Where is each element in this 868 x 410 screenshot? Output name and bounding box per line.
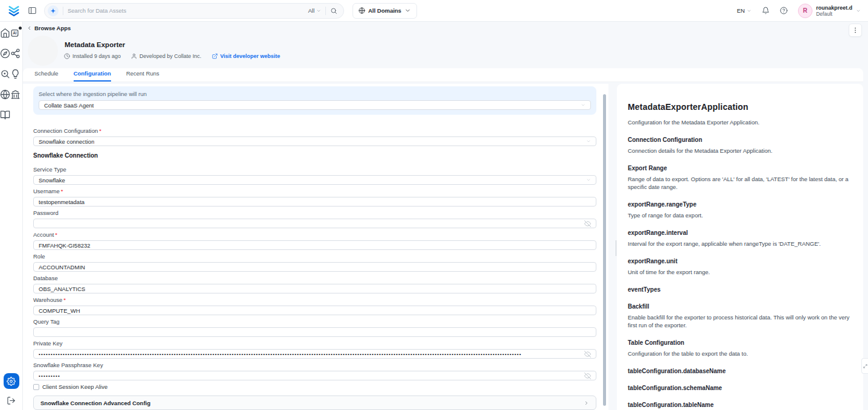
doc-section-text: Connection details for the Metadata Expo… <box>628 147 851 155</box>
sidebar-item-insights-icon[interactable] <box>10 69 21 79</box>
doc-section-heading: Backfill <box>628 303 851 310</box>
eye-off-icon[interactable] <box>584 220 591 227</box>
connection-configuration-select[interactable]: Snowflake connection <box>33 136 596 146</box>
pipeline-runner-select[interactable]: Collate SaaS Agent <box>39 100 591 110</box>
sidebar-item-explore-icon[interactable] <box>0 48 10 59</box>
doc-section-heading: tableConfiguration.databaseName <box>628 368 851 374</box>
svg-text:AI: AI <box>13 31 17 35</box>
account-input[interactable]: FMFAHQK-GI58232 <box>33 240 596 250</box>
docs-title: MetadataExporterApplication <box>628 102 851 112</box>
sidebar-toggle-icon[interactable] <box>28 6 37 15</box>
form-field-row: Snowflake Passphrase Key••••••••• <box>33 362 596 380</box>
required-asterisk: * <box>55 231 57 238</box>
developer-website-link[interactable]: Visit developer website <box>212 53 280 59</box>
collate-logo-icon <box>7 4 21 18</box>
client-session-keep-alive-checkbox[interactable] <box>33 384 39 390</box>
sidebar-item-domains-icon[interactable] <box>0 89 10 100</box>
doc-section-heading: eventTypes <box>628 286 851 293</box>
tab-schedule[interactable]: Schedule <box>34 70 59 82</box>
field-label: Connection Configuration* <box>33 127 596 134</box>
eye-off-icon[interactable] <box>584 351 591 357</box>
sidebar-item-home-icon[interactable] <box>0 28 10 38</box>
sidebar-item-observability-icon[interactable] <box>0 69 10 79</box>
form-section-heading: Snowflake Connection <box>33 152 596 159</box>
person-icon <box>131 53 137 59</box>
all-domains-button[interactable]: All Domains <box>353 3 417 19</box>
docs-intro: Configuration for the Metadata Exporter … <box>628 118 851 126</box>
field-value: OBS_ANALYTICS <box>39 286 85 292</box>
field-label: Snowflake Passphrase Key <box>33 362 596 368</box>
ai-sparkle-icon[interactable] <box>48 5 59 16</box>
breadcrumb-back[interactable]: Browse Apps <box>27 25 71 31</box>
doc-section-text: Interval for the export range, applicabl… <box>628 240 851 248</box>
field-value: testopenmetadata <box>39 199 85 205</box>
field-label: Database <box>33 275 596 281</box>
notification-dot <box>19 27 22 30</box>
chevron-down-icon <box>586 178 591 182</box>
doc-section-heading: exportRange.unit <box>628 258 851 264</box>
form-field-row: Connection Configuration*Snowflake conne… <box>33 127 596 146</box>
field-value: COMPUTE_WH <box>39 307 80 314</box>
global-search-bar[interactable]: Search for Data Assets All <box>44 3 344 19</box>
field-label: Username* <box>33 188 596 194</box>
warehouse-input[interactable]: COMPUTE_WH <box>33 306 596 315</box>
field-value: ACCOUNTADMIN <box>39 264 85 271</box>
user-menu[interactable]: R rounakpreet.d Default <box>798 4 861 18</box>
password-input[interactable] <box>33 219 596 228</box>
private-key-input[interactable]: ••••••••••••••••••••••••••••••••••••••••… <box>33 349 596 359</box>
doc-section-text: Unit of time for the export range. <box>628 268 851 276</box>
doc-section-heading: Export Range <box>628 165 851 171</box>
more-options-button[interactable] <box>849 24 862 37</box>
settings-button[interactable] <box>4 373 19 389</box>
eye-off-icon[interactable] <box>584 373 591 379</box>
field-label: Private Key <box>33 340 596 347</box>
service-type-select[interactable]: Snowflake <box>33 175 596 185</box>
form-field-row: RoleACCOUNTADMIN <box>33 253 596 272</box>
sidebar-item-lineage-icon[interactable] <box>10 48 21 59</box>
role-input[interactable]: ACCOUNTADMIN <box>33 262 596 272</box>
divider <box>63 7 63 15</box>
checkbox-label: Client Session Keep Alive <box>42 383 107 390</box>
sidebar-item-govern-icon[interactable] <box>10 89 21 100</box>
chevron-down-icon <box>581 103 586 107</box>
required-asterisk: * <box>63 296 66 303</box>
doc-section-heading: Connection Configuration <box>628 136 851 143</box>
doc-section-heading: tableConfiguration.schemaName <box>628 385 851 391</box>
form-field-row: Username*testopenmetadata <box>33 188 596 207</box>
sidebar-item-glossary-icon[interactable] <box>0 110 10 120</box>
field-label: Query Tag <box>33 318 596 325</box>
doc-section-heading: Table Configuration <box>628 339 851 346</box>
advanced-config-collapse[interactable]: Snowflake Connection Advanced Config <box>33 396 596 410</box>
chevron-down-icon <box>586 139 591 144</box>
doc-section-heading: tableConfiguration.tableName <box>628 402 851 408</box>
chevron-right-icon <box>584 400 589 406</box>
language-select[interactable]: EN <box>737 7 752 14</box>
chevron-down-icon <box>747 8 752 13</box>
database-input[interactable]: OBS_ANALYTICS <box>33 284 596 293</box>
panel-resize-handle[interactable] <box>861 358 868 374</box>
notifications-bell-icon[interactable] <box>762 7 770 14</box>
username-input[interactable]: testopenmetadata <box>33 197 596 207</box>
field-label: Role <box>33 253 596 260</box>
form-field-row: DatabaseOBS_ANALYTICS <box>33 275 596 293</box>
form-field-row: Account*FMFAHQK-GI58232 <box>33 231 596 250</box>
field-value: Snowflake connection <box>39 138 94 145</box>
search-input[interactable]: Search for Data Assets <box>68 7 304 14</box>
logout-icon[interactable] <box>7 396 16 405</box>
form-scrollbar[interactable] <box>603 94 606 406</box>
required-asterisk: * <box>99 127 101 134</box>
sidebar-item-ai-assistant-icon[interactable]: AI <box>10 28 21 38</box>
tab-recent-runs[interactable]: Recent Runs <box>126 70 159 82</box>
search-scope-select[interactable]: All <box>308 7 321 14</box>
query-tag-input[interactable] <box>33 327 596 337</box>
snowflake-passphrase-key-input[interactable]: ••••••••• <box>33 371 596 380</box>
panel-splitter[interactable] <box>616 240 616 256</box>
divider <box>325 7 326 15</box>
search-icon[interactable] <box>330 7 337 14</box>
form-field-row: Query Tag <box>33 318 596 337</box>
help-icon[interactable] <box>780 7 788 14</box>
tab-configuration[interactable]: Configuration <box>74 70 111 82</box>
doc-section-heading: exportRange.rangeType <box>628 201 851 208</box>
field-value: ••••••••••••••••••••••••••••••••••••••••… <box>39 351 522 357</box>
page-title: Metadata Exporter <box>65 41 125 48</box>
